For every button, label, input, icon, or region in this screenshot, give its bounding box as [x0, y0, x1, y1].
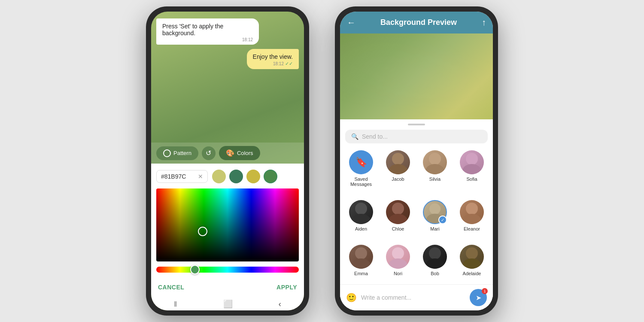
svg-point-10	[429, 204, 440, 215]
svg-point-8	[392, 203, 404, 215]
hex-clear-button[interactable]: ✕	[198, 173, 203, 180]
avatar-wrap-emma	[349, 245, 373, 269]
picker-cursor	[198, 227, 207, 236]
contact-item-silvia[interactable]: Silvia	[417, 147, 453, 195]
preview-header: ← Background Preview ↑	[340, 12, 493, 33]
contact-item-aiden[interactable]: Aiden	[343, 197, 379, 240]
refresh-icon: ↺	[206, 149, 211, 157]
contact-item-saved[interactable]: 🔖 Saved Messages	[343, 147, 379, 195]
gradient-picker[interactable]	[156, 188, 299, 261]
hue-slider[interactable]	[156, 267, 299, 273]
comment-input[interactable]: Write a comment...	[361, 294, 465, 301]
pattern-label: Pattern	[173, 150, 191, 156]
avatar-emma	[349, 245, 373, 269]
check-mark-icon: ✓✓	[285, 61, 293, 67]
bubble-sent-time: 18:12	[273, 61, 284, 66]
contact-name-eleanor: Eleanor	[464, 226, 480, 231]
colors-button[interactable]: 🎨 Colors	[219, 146, 260, 160]
svg-point-12	[466, 203, 478, 215]
nav-menu-icon[interactable]: ⦀	[174, 300, 177, 309]
contact-item-emma[interactable]: Emma	[343, 241, 379, 284]
apply-button[interactable]: APPLY	[276, 284, 297, 291]
svg-point-4	[466, 153, 478, 165]
contact-name-chloe: Chloe	[392, 226, 404, 231]
contact-item-chloe[interactable]: Chloe	[380, 197, 416, 240]
avatar-wrap-jacob	[386, 150, 410, 174]
svg-point-14	[355, 247, 367, 259]
search-bar[interactable]: 🔍 Send to...	[345, 130, 488, 143]
pattern-button[interactable]: Pattern	[156, 146, 198, 160]
swatch-3[interactable]	[246, 170, 260, 183]
share-button[interactable]: ↑	[482, 18, 486, 27]
avatar-sofia	[460, 150, 484, 174]
contact-item-bob[interactable]: Bob	[417, 241, 453, 284]
bottom-sheet: 🔍 Send to... 🔖 Saved Messages	[340, 119, 493, 310]
contact-item-jacob[interactable]: Jacob	[380, 147, 416, 195]
avatar-wrap-saved: 🔖	[349, 150, 373, 174]
bubble-received-time: 18:12	[242, 37, 253, 42]
send-button[interactable]: ➤ 1	[470, 289, 487, 306]
svg-point-17	[389, 258, 407, 269]
hue-thumb	[190, 265, 200, 274]
contact-item-eleanor[interactable]: Eleanor	[454, 197, 489, 240]
svg-point-20	[466, 247, 478, 259]
sheet-handle	[408, 124, 425, 125]
contact-name-adelaide: Adelaide	[463, 271, 481, 276]
svg-point-6	[355, 203, 367, 215]
search-placeholder: Send to...	[362, 133, 388, 140]
contact-name-nori: Nori	[394, 271, 402, 276]
right-phone: ← Background Preview ↑ 🔍 Send to... 🔖	[335, 6, 498, 316]
svg-point-9	[389, 214, 407, 224]
preview-background	[340, 33, 493, 119]
send-icon: ➤	[476, 294, 481, 302]
svg-point-19	[425, 258, 444, 269]
preset-swatches	[212, 170, 277, 183]
avatar-wrap-chloe	[386, 200, 410, 224]
svg-point-15	[352, 258, 371, 269]
avatar-wrap-silvia	[423, 150, 447, 174]
nav-home-icon[interactable]: ⬜	[223, 299, 233, 309]
avatar-adelaide	[460, 245, 484, 269]
contact-item-nori[interactable]: Nori	[380, 241, 416, 284]
swatch-4[interactable]	[264, 170, 277, 183]
contact-item-adelaide[interactable]: Adelaide	[454, 241, 489, 284]
contact-name-emma: Emma	[354, 271, 368, 276]
svg-point-21	[462, 258, 481, 269]
colors-label: Colors	[237, 150, 253, 156]
svg-point-18	[429, 247, 441, 259]
refresh-button[interactable]: ↺	[202, 146, 216, 160]
svg-point-7	[352, 214, 371, 224]
avatar-aiden	[349, 200, 373, 224]
avatar-nori	[386, 245, 410, 269]
avatar-saved: 🔖	[349, 150, 373, 174]
contact-name-bob: Bob	[431, 271, 439, 276]
avatar-check-mari: ✓	[438, 216, 447, 224]
svg-point-0	[392, 153, 404, 165]
avatar-bob	[423, 245, 447, 269]
contact-name-sofia: Sofia	[466, 176, 477, 182]
avatar-wrap-adelaide	[460, 245, 484, 269]
hex-input[interactable]: #81B97C ✕	[156, 170, 208, 183]
nav-back-icon[interactable]: ‹	[279, 300, 281, 309]
contact-item-sofia[interactable]: Sofia	[454, 147, 489, 195]
bubble-received: Press 'Set' to apply the background. 18:…	[156, 18, 259, 45]
emoji-button[interactable]: 🙂	[346, 292, 357, 303]
comment-bar: 🙂 Write a comment... ➤ 1	[340, 284, 493, 310]
cancel-button[interactable]: CANCEL	[158, 284, 184, 291]
svg-point-16	[392, 247, 404, 259]
chat-area: Press 'Set' to apply the background. 18:…	[151, 12, 304, 143]
color-panel: #81B97C ✕	[151, 164, 304, 296]
avatar-eleanor	[460, 200, 484, 224]
contact-item-mari[interactable]: ✓ Mari	[417, 197, 453, 240]
swatch-2[interactable]	[229, 170, 243, 183]
avatar-chloe	[386, 200, 410, 224]
contact-name-aiden: Aiden	[355, 226, 367, 231]
pattern-icon	[163, 149, 171, 157]
search-icon: 🔍	[351, 133, 358, 140]
avatar-wrap-sofia	[460, 150, 484, 174]
avatar-wrap-bob	[423, 245, 447, 269]
svg-point-5	[462, 164, 481, 174]
swatch-1[interactable]	[212, 170, 226, 183]
back-button[interactable]: ←	[347, 18, 355, 27]
contacts-grid: 🔖 Saved Messages Jacob	[340, 147, 493, 284]
